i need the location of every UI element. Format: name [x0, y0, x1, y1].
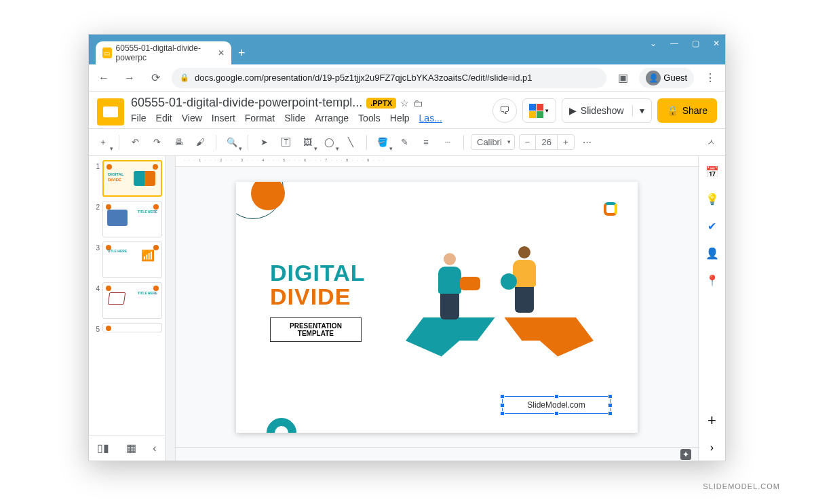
size-increase[interactable]: +	[558, 135, 574, 149]
menu-help[interactable]: Help	[390, 113, 410, 123]
window-more-icon[interactable]: ⌄	[650, 39, 657, 48]
fill-color-icon[interactable]: 🪣	[374, 134, 391, 151]
add-on-icon[interactable]: +	[705, 413, 720, 428]
slideshow-caret-icon[interactable]: ▾	[632, 105, 644, 116]
tab-title: 60555-01-digital-divide-powerpc	[116, 43, 214, 62]
move-icon[interactable]: 🗀	[413, 98, 423, 109]
toolbar: + ↶ ↷ 🖶 🖌 🔍 ➤ 🅃 🖼 ◯ ╲ 🪣 ✎ ≡ ┄ Calibri − …	[89, 129, 725, 156]
size-decrease[interactable]: −	[520, 135, 536, 149]
share-button[interactable]: 🔒 Share	[657, 98, 717, 123]
font-selector[interactable]: Calibri	[471, 134, 515, 150]
subtitle-box[interactable]: PRESENTATION TEMPLATE	[270, 317, 362, 342]
nav-forward-icon[interactable]: →	[120, 69, 139, 88]
calendar-icon[interactable]: 📅	[705, 164, 720, 179]
filmstrip-footer: ▯▮ ▦ ‹	[89, 435, 165, 461]
star-icon[interactable]: ☆	[400, 98, 409, 109]
menu-format[interactable]: Format	[245, 113, 275, 123]
avatar-icon: 👤	[646, 71, 661, 85]
window-minimize-icon[interactable]: —	[670, 39, 678, 48]
slideshow-button[interactable]: ▶ Slideshow ▾	[562, 98, 652, 123]
decor-arc	[260, 411, 303, 432]
title-line-1[interactable]: DIGITAL	[270, 260, 365, 286]
filmstrip: 1 DIGITAL DIVIDE 2 TITLE HERE 3	[89, 156, 165, 461]
window-close-icon[interactable]: ✕	[713, 39, 720, 48]
slides-app-icon[interactable]	[97, 98, 124, 125]
hide-panel-icon[interactable]: ›	[705, 440, 720, 455]
slide-thumb-5[interactable]: 5	[92, 323, 162, 333]
border-dash-icon[interactable]: ┄	[439, 134, 457, 151]
slide-thumb-4[interactable]: 4 TITLE HERE	[92, 282, 162, 319]
paint-format-icon[interactable]: 🖌	[191, 134, 209, 151]
ruler: · · · 1 · · · 2 · · · 3 · · · 4 · · · 5 …	[176, 156, 698, 167]
font-size-control: − 26 +	[519, 134, 575, 150]
lock-share-icon: 🔒	[667, 105, 678, 116]
present-icon: ▶	[569, 105, 577, 116]
canvas-area: · · · 1 · · · 2 · · · 3 · · · 4 · · · 5 …	[176, 156, 698, 461]
line-icon[interactable]: ╲	[342, 134, 360, 151]
comments-icon[interactable]: 🗨	[492, 98, 517, 123]
browser-window: ▭ 60555-01-digital-divide-powerpc ✕ + ⌄ …	[88, 34, 726, 461]
share-label: Share	[682, 105, 708, 116]
menu-bar: File Edit View Insert Format Slide Arran…	[131, 113, 486, 123]
browser-menu-icon[interactable]: ⋮	[701, 71, 720, 84]
slide-canvas[interactable]: DIGITAL DIVIDE PRESENTATION TEMPLATE Sli…	[236, 182, 638, 433]
lock-icon: 🔒	[180, 73, 189, 82]
slide-thumb-3[interactable]: 3 TITLE HERE 📶	[92, 241, 162, 278]
slide-thumb-2[interactable]: 2 TITLE HERE	[92, 201, 162, 237]
slide-thumb-1[interactable]: 1 DIGITAL DIVIDE	[92, 160, 162, 197]
meet-button[interactable]: ▾	[522, 98, 556, 123]
explore-icon[interactable]: ✦	[680, 449, 691, 460]
maps-icon[interactable]: 📍	[705, 273, 720, 288]
window-maximize-icon[interactable]: ▢	[692, 39, 699, 48]
new-tab-button[interactable]: +	[231, 42, 252, 64]
profile-chip[interactable]: 👤 Guest	[639, 68, 694, 88]
selected-textbox[interactable]: SlideModel.com	[502, 396, 610, 414]
title-line-2[interactable]: DIVIDE	[270, 284, 351, 310]
more-tools-icon[interactable]: ⋯	[579, 134, 596, 151]
close-tab-icon[interactable]: ✕	[218, 48, 225, 58]
gutter	[165, 156, 176, 461]
decor-circle-fill	[251, 182, 285, 210]
guest-label: Guest	[663, 73, 687, 83]
address-bar: ← → ⟳ 🔒 docs.google.com/presentation/d/1…	[89, 64, 725, 92]
last-edit-link[interactable]: Las...	[419, 113, 442, 123]
menu-arrange[interactable]: Arrange	[315, 113, 349, 123]
border-color-icon[interactable]: ✎	[395, 134, 413, 151]
menu-view[interactable]: View	[182, 113, 202, 123]
zoom-icon[interactable]: 🔍	[223, 134, 241, 151]
menu-file[interactable]: File	[131, 113, 147, 123]
filmstrip-view-icon[interactable]: ▯▮	[97, 442, 109, 454]
menu-slide[interactable]: Slide	[284, 113, 305, 123]
menu-tools[interactable]: Tools	[358, 113, 381, 123]
font-size-value[interactable]: 26	[535, 135, 557, 149]
new-slide-icon[interactable]: +	[94, 134, 112, 151]
nav-reload-icon[interactable]: ⟳	[146, 69, 165, 88]
decor-squircle	[604, 202, 617, 216]
tasks-icon[interactable]: ✔	[705, 218, 720, 233]
shape-icon[interactable]: ◯	[320, 134, 338, 151]
extensions-icon[interactable]: ▣	[613, 69, 632, 88]
textbox-icon[interactable]: 🅃	[277, 134, 294, 151]
select-icon[interactable]: ➤	[255, 134, 273, 151]
browser-tab[interactable]: ▭ 60555-01-digital-divide-powerpc ✕	[96, 41, 231, 64]
nav-back-icon[interactable]: ←	[94, 69, 113, 88]
redo-icon[interactable]: ↷	[148, 134, 166, 151]
collapse-filmstrip-icon[interactable]: ‹	[153, 442, 156, 454]
keep-icon[interactable]: 💡	[705, 191, 720, 206]
url-text: docs.google.com/presentation/d/19-p5z1tj…	[195, 73, 532, 83]
contacts-icon[interactable]: 👤	[705, 246, 720, 260]
watermark: SLIDEMODEL.COM	[703, 482, 780, 490]
print-icon[interactable]: 🖶	[170, 134, 187, 151]
grid-view-icon[interactable]: ▦	[126, 442, 136, 454]
document-title[interactable]: 60555-01-digital-divide-powerpoint-templ…	[131, 96, 362, 110]
socket-icon	[501, 273, 517, 290]
menu-edit[interactable]: Edit	[156, 113, 172, 123]
menu-insert[interactable]: Insert	[212, 113, 235, 123]
collapse-toolbar-icon[interactable]: ㅅ	[702, 134, 720, 151]
image-icon[interactable]: 🖼	[298, 134, 316, 151]
url-field[interactable]: 🔒 docs.google.com/presentation/d/19-p5z1…	[172, 68, 606, 88]
border-weight-icon[interactable]: ≡	[417, 134, 435, 151]
pptx-badge: .PPTX	[366, 98, 396, 109]
slideshow-label: Slideshow	[581, 105, 624, 116]
undo-icon[interactable]: ↶	[126, 134, 144, 151]
